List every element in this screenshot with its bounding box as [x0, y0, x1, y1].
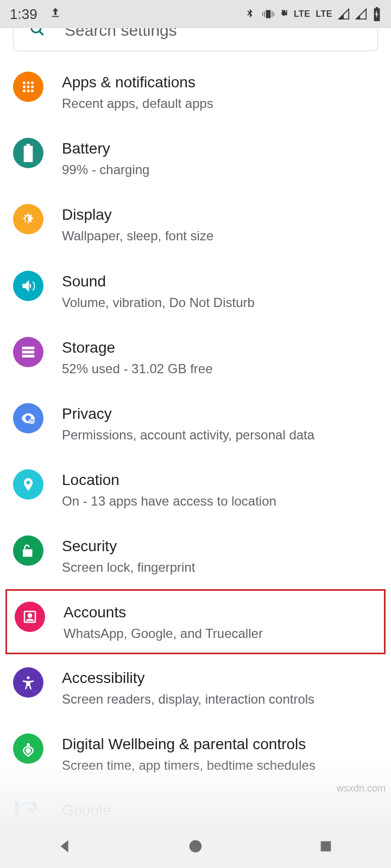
item-title: Security [62, 537, 378, 556]
highlight-accounts: AccountsWhatsApp, Google, and Truecaller [5, 589, 386, 654]
item-title: Accounts [64, 603, 376, 622]
nav-home[interactable] [184, 835, 207, 858]
svg-rect-13 [22, 355, 35, 358]
item-title: Digital Wellbeing & parental controls [62, 735, 378, 754]
svg-rect-15 [31, 420, 33, 422]
item-sub: 52% used - 31.02 GB free [62, 360, 378, 377]
svg-point-18 [27, 676, 30, 679]
svg-point-2 [23, 81, 26, 84]
item-sub: 99% - charging [62, 161, 378, 178]
nav-back[interactable] [54, 835, 77, 858]
watermark: wsxdn.com [337, 783, 386, 794]
settings-item-storage[interactable]: Storage52% used - 31.02 GB free [0, 324, 391, 390]
svg-point-3 [27, 81, 30, 84]
item-title: Privacy [62, 404, 378, 423]
svg-line-1 [40, 31, 43, 35]
item-title: Battery [62, 139, 378, 158]
security-icon [13, 535, 43, 566]
item-sub: Recent apps, default apps [62, 95, 378, 112]
privacy-icon [13, 403, 43, 433]
svg-rect-12 [22, 350, 35, 353]
item-sub: Permissions, account activity, personal … [62, 426, 378, 443]
settings-item-sound[interactable]: SoundVolume, vibration, Do Not Disturb [0, 258, 391, 324]
accessibility-icon [13, 667, 43, 698]
item-title: Location [62, 470, 378, 489]
svg-point-6 [27, 86, 30, 88]
nav-recent[interactable] [314, 835, 337, 858]
item-title: Storage [62, 338, 378, 357]
lte-icon: LTE [316, 10, 332, 18]
search-settings[interactable]: Search settings [13, 28, 378, 51]
settings-item-location[interactable]: LocationOn - 13 apps have access to loca… [0, 456, 391, 522]
item-sub: Volume, vibration, Do Not Disturb [62, 294, 378, 311]
battery-charging-icon [373, 7, 381, 21]
accounts-icon [15, 602, 45, 632]
svg-point-8 [23, 90, 26, 92]
upload-icon [49, 5, 61, 23]
item-title: Accessibility [62, 668, 378, 687]
settings-item-accessibility[interactable]: AccessibilityScreen readers, display, in… [0, 654, 391, 720]
settings-scroll[interactable]: Search settings Apps & notificationsRece… [0, 28, 391, 825]
vibrate-icon [261, 7, 275, 21]
item-sub: WhatsApp, Google, and Truecaller [64, 625, 376, 642]
svg-point-17 [28, 614, 31, 617]
apps-icon [13, 72, 43, 102]
settings-item-display[interactable]: DisplayWallpaper, sleep, font size [0, 191, 391, 257]
sound-icon [13, 271, 43, 301]
display-icon [13, 204, 43, 234]
item-sub: Wallpaper, sleep, font size [62, 227, 378, 244]
storage-icon [13, 337, 43, 367]
settings-item-battery[interactable]: Battery99% - charging [0, 125, 391, 191]
item-sub: On - 13 apps have access to location [62, 493, 378, 509]
signal-1-icon [338, 8, 350, 20]
status-bar: 1:39 LTE LTE [0, 0, 391, 28]
fade-overlay [0, 760, 391, 825]
svg-point-21 [190, 840, 202, 853]
location-icon [13, 469, 43, 500]
battery-icon [13, 138, 43, 168]
bluetooth-icon [244, 7, 256, 22]
svg-rect-22 [321, 841, 331, 852]
item-sub: Screen lock, fingerprint [62, 559, 378, 576]
settings-item-accounts[interactable]: AccountsWhatsApp, Google, and Truecaller [7, 591, 384, 653]
svg-rect-11 [22, 347, 35, 349]
volte-icon: LTE [281, 9, 311, 20]
nav-bar [0, 825, 391, 868]
item-title: Sound [62, 272, 378, 291]
svg-point-7 [31, 86, 34, 88]
settings-item-security[interactable]: SecurityScreen lock, fingerprint [0, 522, 391, 589]
clock: 1:39 [10, 6, 37, 23]
item-title: Display [62, 205, 378, 224]
settings-item-apps[interactable]: Apps & notificationsRecent apps, default… [0, 59, 391, 125]
settings-item-privacy[interactable]: PrivacyPermissions, account activity, pe… [0, 390, 391, 456]
item-sub: Screen readers, display, interaction con… [62, 691, 378, 707]
search-icon [29, 28, 46, 40]
svg-point-10 [31, 90, 34, 92]
svg-point-9 [27, 90, 30, 92]
svg-point-4 [31, 81, 34, 84]
item-title: Apps & notifications [62, 73, 378, 92]
svg-point-19 [27, 743, 30, 746]
signal-2-icon [355, 8, 367, 20]
svg-point-5 [23, 86, 26, 88]
search-placeholder: Search settings [65, 28, 177, 40]
